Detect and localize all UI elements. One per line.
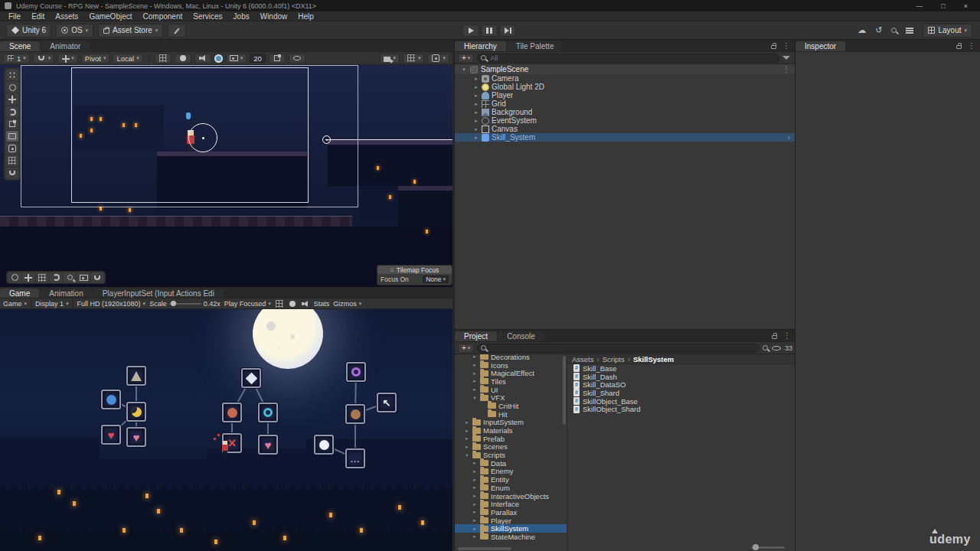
resolution-dropdown[interactable]: Full HD (1920x1080)▾ [77, 300, 146, 308]
scene-nav-view-button[interactable] [8, 272, 21, 282]
skill-node-ember[interactable] [222, 403, 242, 422]
scene-nav-move-button[interactable] [22, 272, 34, 282]
account-button[interactable]: OS ▾ [56, 24, 93, 37]
transform-tool[interactable] [6, 143, 18, 154]
hierarchy-item-camera[interactable]: ▸Camera [455, 74, 795, 83]
project-folder-parallax[interactable]: ▸Parallax [455, 508, 567, 517]
move-tool[interactable] [6, 94, 18, 105]
menu-item-services[interactable]: Services [188, 11, 227, 21]
project-file-skill_shard[interactable]: #Skill_Shard [567, 389, 795, 397]
expand-arrow-icon[interactable]: ▸ [472, 501, 478, 507]
tilemap-focus-header[interactable]: ≡ Tilemap Focus [377, 266, 452, 274]
rotate-tool[interactable] [6, 106, 18, 117]
hierarchy-item-player[interactable]: ▸Player [455, 91, 795, 99]
asset-store-button[interactable]: Asset Store ▾ [98, 24, 163, 37]
skill-node-diamond[interactable] [241, 368, 261, 388]
project-folder-icons[interactable]: ▸Icons [455, 361, 567, 370]
expand-arrow-icon[interactable]: ▸ [472, 362, 478, 368]
visibility-button[interactable] [289, 54, 305, 64]
vertical-scrollbar[interactable] [563, 356, 566, 425]
effects-dropdown[interactable]: ▾ [226, 54, 247, 64]
layers-icon[interactable] [906, 28, 913, 29]
hierarchy-item-eventsystem[interactable]: ▸EventSystem [455, 116, 795, 125]
grid-settings-dropdown[interactable]: ▾ [403, 54, 425, 64]
project-folder-ui[interactable]: ▸UI [455, 386, 567, 394]
project-folder-vfx[interactable]: ▾VFX [455, 393, 567, 402]
tab-hierarchy[interactable]: Hierarchy [455, 41, 506, 51]
focus-on-dropdown[interactable]: None ▾ [423, 276, 449, 283]
tab-tile-palette[interactable]: Tile Palette [507, 41, 564, 51]
icon-size-slider[interactable] [751, 546, 785, 549]
filter-icon[interactable] [782, 56, 790, 60]
project-folder-skillsystem[interactable]: ▸SkillSystem [455, 524, 567, 533]
expand-arrow-icon[interactable]: ▸ [472, 370, 478, 377]
skill-node-allies[interactable]: ♥ [126, 427, 146, 447]
kebab-menu-icon[interactable]: ⋮ [782, 41, 790, 50]
expand-arrow-icon[interactable]: ▸ [473, 126, 479, 132]
tab-scene[interactable]: Scene [0, 41, 40, 51]
expand-arrow-icon[interactable]: ▸ [472, 386, 478, 393]
expand-arrow-icon[interactable]: ▸ [472, 354, 478, 360]
expand-arrow-icon[interactable]: ▸ [472, 509, 478, 515]
expand-arrow-icon[interactable]: ▸ [472, 517, 478, 523]
project-file-skill_dash[interactable]: #Skill_Dash [567, 373, 795, 381]
scale-slider[interactable] [169, 303, 201, 305]
handle-tool[interactable] [6, 70, 18, 80]
game-viewport[interactable]: ↖♥♥×♥… [0, 309, 452, 551]
expand-arrow-icon[interactable]: ▸ [464, 435, 470, 442]
object-gizmo[interactable] [322, 135, 331, 144]
layout-dropdown[interactable]: Layout ▾ [923, 24, 972, 37]
skill-node-spirit[interactable] [314, 435, 334, 455]
unity-version-button[interactable]: Unity 6 [6, 24, 51, 37]
snap-settings-button[interactable]: ▾ [33, 54, 55, 64]
project-file-skillobject_base[interactable]: #SkillObject_Base [567, 397, 795, 406]
tab-inspector[interactable]: Inspector [795, 41, 845, 51]
expand-arrow-icon[interactable]: ▸ [473, 76, 479, 82]
project-folder-crithit[interactable]: CritHit [455, 402, 567, 410]
menu-item-component[interactable]: Component [138, 11, 188, 21]
project-folder-inputsystem[interactable]: ▸InputSystem [455, 419, 567, 427]
skill-node-orb[interactable] [101, 390, 121, 409]
rect-tool[interactable] [6, 131, 18, 142]
expand-arrow-icon[interactable]: ▸ [473, 84, 479, 90]
mute-audio-icon[interactable] [301, 299, 310, 308]
scene-nav-grid-button[interactable] [36, 272, 48, 282]
skill-node-crescent[interactable] [126, 402, 146, 422]
gizmos-dropdown[interactable]: Gizmos▾ [333, 300, 361, 308]
selection-gizmo-circle[interactable] [188, 123, 217, 152]
tool-settings-button[interactable]: ▾ [57, 54, 78, 64]
skill-node-swirl[interactable] [258, 403, 278, 422]
project-search-input[interactable] [477, 344, 760, 353]
search-by-type-icon[interactable] [763, 345, 768, 350]
scene-nav-rotate-button[interactable] [50, 272, 62, 282]
skill-node-relic[interactable] [345, 404, 365, 424]
expand-arrow-icon[interactable]: ▸ [464, 419, 470, 425]
project-folder-entity[interactable]: ▸Entity [455, 475, 567, 484]
expand-arrow-icon[interactable]: ▸ [464, 428, 470, 434]
play-focused-dropdown[interactable]: Play Focused▾ [224, 300, 271, 308]
project-folder-prefab[interactable]: ▸Prefab [455, 435, 567, 443]
local-toggle-button[interactable]: Local▾ [113, 54, 142, 64]
expand-arrow-icon[interactable]: ▾ [461, 67, 467, 73]
project-folder-hit[interactable]: Hit [455, 410, 567, 419]
menu-item-file[interactable]: File [3, 11, 26, 21]
menu-item-edit[interactable]: Edit [26, 11, 50, 21]
hierarchy-item-grid[interactable]: ▸Grid [455, 99, 795, 108]
scene-nav-zoom-button[interactable] [64, 272, 76, 282]
view-tool[interactable] [6, 82, 18, 93]
camera-settings-dropdown[interactable]: ▾ [380, 54, 400, 64]
project-file-skillobject_shard[interactable]: #SkillObject_Shard [567, 405, 795, 413]
project-folder-interactiveobjects[interactable]: ▸InteractiveObjects [455, 492, 567, 500]
version-control-button[interactable] [168, 24, 186, 37]
project-file-skill_dataso[interactable]: #Skill_DataSO [567, 380, 795, 389]
horizontal-scrollbar[interactable] [458, 547, 511, 550]
project-folder-magicaleffect[interactable]: ▸MagicalEffect [455, 369, 567, 377]
project-folder-tiles[interactable]: ▸Tiles [455, 377, 567, 386]
capture-icon[interactable] [276, 300, 283, 308]
pause-button[interactable] [481, 24, 498, 37]
hierarchy-item-skill-system[interactable]: ▸Skill_System› [455, 133, 795, 142]
tab-animation[interactable]: Animation [40, 289, 92, 298]
zoom-field[interactable]: 20 [250, 54, 266, 63]
menu-item-window[interactable]: Window [255, 11, 293, 21]
hierarchy-item-canvas[interactable]: ▸Canvas [455, 125, 795, 133]
